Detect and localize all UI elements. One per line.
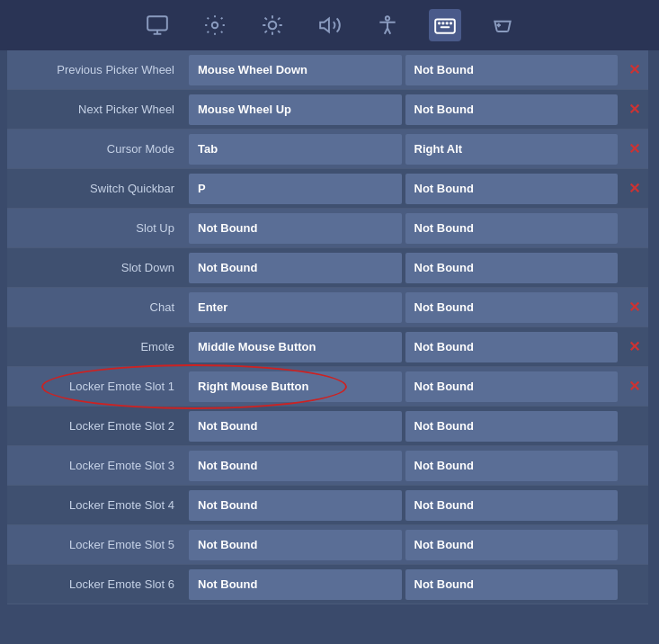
svg-rect-15 [435, 20, 455, 33]
svg-line-8 [278, 31, 280, 32]
keybind-delete-button[interactable]: ✕ [619, 299, 648, 316]
keybind-row: Locker Emote Slot 2Not BoundNot Bound [7, 407, 648, 446]
keybind-row: Previous Picker WheelMouse Wheel DownNot… [7, 50, 648, 90]
keybind-primary-binding[interactable]: Not Bound [189, 490, 402, 521]
keybind-label: Locker Emote Slot 2 [7, 419, 187, 433]
svg-rect-0 [147, 16, 167, 30]
keybind-secondary-binding[interactable]: Not Bound [405, 569, 619, 600]
keybind-row: Slot UpNot BoundNot Bound [7, 209, 648, 248]
keybind-primary-binding[interactable]: Not Bound [189, 253, 402, 283]
keybind-primary-binding[interactable]: Not Bound [189, 213, 402, 244]
keybind-label: Emote [7, 340, 187, 353]
volume-nav-icon[interactable] [314, 9, 346, 41]
keybind-delete-button[interactable]: ✕ [619, 338, 648, 355]
keybind-table: Previous Picker WheelMouse Wheel DownNot… [0, 50, 652, 644]
svg-point-3 [211, 22, 218, 29]
keybind-secondary-binding[interactable]: Not Bound [405, 490, 619, 521]
keybind-primary-binding[interactable]: Mouse Wheel Up [189, 94, 402, 125]
keybind-label: Locker Emote Slot 6 [7, 577, 187, 591]
keybind-secondary-binding[interactable]: Not Bound [405, 411, 619, 442]
keybind-secondary-binding[interactable]: Not Bound [405, 371, 619, 402]
svg-marker-13 [320, 18, 329, 31]
keybind-secondary-binding[interactable]: Not Bound [405, 55, 619, 85]
keybind-secondary-binding[interactable]: Right Alt [405, 134, 619, 165]
keybind-primary-binding[interactable]: Not Bound [189, 451, 402, 481]
keybind-row: ChatEnterNot Bound✕ [7, 288, 648, 327]
keybind-label: Locker Emote Slot 4 [7, 498, 187, 512]
svg-line-11 [264, 31, 266, 32]
keybind-delete-button[interactable]: ✕ [619, 101, 648, 118]
keybind-delete-button[interactable]: ✕ [619, 140, 648, 157]
keybind-label: Slot Up [7, 221, 187, 235]
keybind-secondary-binding[interactable]: Not Bound [405, 530, 619, 560]
keybind-secondary-binding[interactable]: Not Bound [405, 332, 619, 362]
keybind-secondary-binding[interactable]: Not Bound [405, 94, 619, 125]
keybind-primary-binding[interactable]: Enter [189, 292, 402, 323]
keybind-primary-binding[interactable]: Not Bound [189, 530, 402, 560]
svg-point-14 [385, 16, 388, 20]
keybind-row: Locker Emote Slot 4Not BoundNot Bound [7, 486, 648, 525]
keybind-primary-binding[interactable]: Not Bound [189, 411, 402, 442]
keybind-row: EmoteMiddle Mouse ButtonNot Bound✕ [7, 327, 648, 367]
keybind-delete-button[interactable]: ✕ [619, 61, 648, 78]
keybind-primary-binding[interactable]: Mouse Wheel Down [189, 55, 402, 85]
keybind-nav-icon[interactable] [429, 9, 461, 41]
keybind-row: Locker Emote Slot 3Not BoundNot Bound [7, 446, 648, 486]
controller-nav-icon[interactable] [486, 9, 519, 41]
keybind-row: Next Picker WheelMouse Wheel UpNot Bound… [7, 90, 648, 130]
keybind-label: Locker Emote Slot 5 [7, 538, 187, 551]
keybind-label: Slot Down [7, 261, 187, 274]
brightness-nav-icon[interactable] [256, 9, 289, 41]
keybind-label: Cursor Mode [7, 142, 187, 156]
keybind-primary-binding[interactable]: Tab [189, 134, 402, 165]
keybind-label: Previous Picker Wheel [7, 63, 187, 76]
monitor-nav-icon[interactable] [141, 9, 174, 41]
keybind-primary-binding[interactable]: Right Mouse Button [189, 371, 402, 402]
keybind-primary-binding[interactable]: P [189, 174, 402, 204]
keybind-label: Locker Emote Slot 3 [7, 459, 187, 472]
top-nav [0, 0, 659, 50]
main-content: Previous Picker WheelMouse Wheel DownNot… [0, 50, 659, 644]
keybind-primary-binding[interactable]: Not Bound [189, 569, 402, 600]
keybind-row: Locker Emote Slot 5Not BoundNot Bound [7, 525, 648, 565]
keybind-label: Chat [7, 300, 187, 314]
keybind-row: Locker Emote Slot 6Not BoundNot Bound [7, 565, 648, 604]
keybind-delete-button[interactable]: ✕ [619, 378, 648, 395]
svg-line-12 [278, 18, 280, 20]
keybind-row: Cursor ModeTabRight Alt✕ [7, 130, 648, 169]
gear-nav-icon[interactable] [199, 9, 231, 41]
keybind-secondary-binding[interactable]: Not Bound [405, 213, 619, 244]
keybind-label: Switch Quickbar [7, 182, 187, 195]
keybind-secondary-binding[interactable]: Not Bound [405, 451, 619, 481]
keybind-row: Slot DownNot BoundNot Bound [7, 248, 648, 288]
keybind-primary-binding[interactable]: Middle Mouse Button [189, 332, 402, 362]
keybind-label: Locker Emote Slot 1 [7, 380, 187, 393]
keybind-secondary-binding[interactable]: Not Bound [405, 292, 619, 323]
svg-line-7 [264, 18, 266, 20]
keybind-delete-button[interactable]: ✕ [619, 180, 648, 197]
accessibility-nav-icon[interactable] [371, 9, 404, 41]
keybind-label: Next Picker Wheel [7, 103, 187, 116]
keybind-secondary-binding[interactable]: Not Bound [405, 174, 619, 204]
svg-point-4 [268, 22, 276, 30]
keybind-row: Switch QuickbarPNot Bound✕ [7, 169, 648, 209]
keybind-secondary-binding[interactable]: Not Bound [405, 253, 619, 283]
keybind-row: Locker Emote Slot 1Right Mouse ButtonNot… [7, 367, 648, 407]
